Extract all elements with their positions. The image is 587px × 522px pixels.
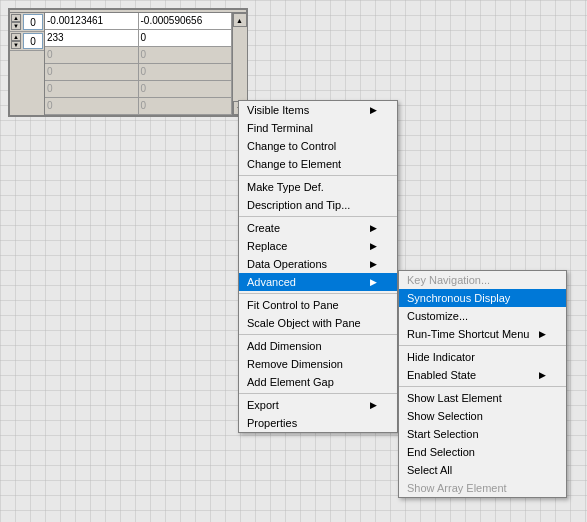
adv-menu-item-select-all[interactable]: Select All bbox=[399, 461, 566, 479]
adv-menu-item-run-time-shortcut-menu[interactable]: Run-Time Shortcut Menu▶ bbox=[399, 325, 566, 343]
array-indices: ▲ ▼ ▲ ▼ bbox=[10, 13, 45, 115]
adv-menu-item-label: Synchronous Display bbox=[407, 292, 510, 304]
adv-menu-item-show-last-element[interactable]: Show Last Element bbox=[399, 389, 566, 407]
adv-menu-item-key-navigation: Key Navigation... bbox=[399, 271, 566, 289]
cell-4-1: 0 bbox=[139, 81, 233, 97]
adv-menu-item-end-selection[interactable]: End Selection bbox=[399, 443, 566, 461]
adv-menu-item-label: Enabled State bbox=[407, 369, 476, 381]
scroll-up-btn[interactable]: ▲ bbox=[233, 13, 247, 27]
adv-menu-item-hide-indicator[interactable]: Hide Indicator bbox=[399, 348, 566, 366]
spinner-up-0[interactable]: ▲ bbox=[11, 14, 21, 22]
submenu-arrow-icon: ▶ bbox=[370, 223, 377, 233]
menu-item-export[interactable]: Export▶ bbox=[239, 396, 397, 414]
menu-item-create[interactable]: Create▶ bbox=[239, 219, 397, 237]
spinner-0[interactable]: ▲ ▼ bbox=[11, 14, 21, 30]
menu-item-change-to-element[interactable]: Change to Element bbox=[239, 155, 397, 173]
menu-item-add-element-gap[interactable]: Add Element Gap bbox=[239, 373, 397, 391]
menu-item-label: Remove Dimension bbox=[247, 358, 343, 370]
adv-menu-item-customize[interactable]: Customize... bbox=[399, 307, 566, 325]
spinner-down-0[interactable]: ▼ bbox=[11, 22, 21, 30]
separator-15 bbox=[239, 393, 397, 394]
adv-menu-item-synchronous-display[interactable]: Synchronous Display bbox=[399, 289, 566, 307]
adv-menu-item-label: Hide Indicator bbox=[407, 351, 475, 363]
array-row-0: -0.00123461 -0.000590656 bbox=[45, 13, 232, 30]
scroll-track[interactable] bbox=[233, 27, 247, 101]
menu-item-label: Visible Items bbox=[247, 104, 309, 116]
menu-item-find-terminal[interactable]: Find Terminal bbox=[239, 119, 397, 137]
menu-item-label: Advanced bbox=[247, 276, 296, 288]
adv-menu-item-label: End Selection bbox=[407, 446, 475, 458]
separator-4 bbox=[239, 175, 397, 176]
menu-item-label: Replace bbox=[247, 240, 287, 252]
submenu-arrow-icon: ▶ bbox=[370, 277, 377, 287]
menu-item-label: Change to Element bbox=[247, 158, 341, 170]
menu-item-properties[interactable]: Properties bbox=[239, 414, 397, 432]
adv-menu-item-show-array-element: Show Array Element bbox=[399, 479, 566, 497]
array-row-3: 0 0 bbox=[45, 64, 232, 81]
cell-5-1: 0 bbox=[139, 98, 233, 114]
cell-0-1: -0.000590656 bbox=[139, 13, 233, 29]
adv-menu-item-label: Show Last Element bbox=[407, 392, 502, 404]
menu-item-label: Properties bbox=[247, 417, 297, 429]
adv-separator-6 bbox=[399, 386, 566, 387]
array-row-1: 233 0 bbox=[45, 30, 232, 47]
cell-5-0: 0 bbox=[45, 98, 139, 114]
adv-menu-item-label: Run-Time Shortcut Menu bbox=[407, 328, 529, 340]
menu-item-label: Add Element Gap bbox=[247, 376, 334, 388]
array-row-2: 0 0 bbox=[45, 47, 232, 64]
separator-10 bbox=[239, 293, 397, 294]
cell-1-0: 233 bbox=[45, 30, 139, 46]
adv-submenu-arrow-icon: ▶ bbox=[539, 329, 546, 339]
advanced-submenu: Key Navigation...Synchronous DisplayCust… bbox=[398, 270, 567, 498]
spinner-up-1[interactable]: ▲ bbox=[11, 33, 21, 41]
index-input-0[interactable] bbox=[23, 14, 43, 30]
adv-menu-item-label: Customize... bbox=[407, 310, 468, 322]
submenu-arrow-icon: ▶ bbox=[370, 400, 377, 410]
menu-item-label: Scale Object with Pane bbox=[247, 317, 361, 329]
spinner-down-1[interactable]: ▼ bbox=[11, 41, 21, 49]
adv-menu-item-label: Show Selection bbox=[407, 410, 483, 422]
index-control-0: ▲ ▼ bbox=[10, 13, 44, 32]
menu-item-change-to-control[interactable]: Change to Control bbox=[239, 137, 397, 155]
adv-separator-4 bbox=[399, 345, 566, 346]
array-body: ▲ ▼ ▲ ▼ -0.00123461 -0.000590656 233 bbox=[10, 13, 246, 115]
cell-3-0: 0 bbox=[45, 64, 139, 80]
primary-context-menu: Visible Items▶Find TerminalChange to Con… bbox=[238, 100, 398, 433]
index-input-1[interactable] bbox=[23, 33, 43, 49]
menu-item-description-and-tip[interactable]: Description and Tip... bbox=[239, 196, 397, 214]
menu-item-scale-object-with-pane[interactable]: Scale Object with Pane bbox=[239, 314, 397, 332]
array-row-5: 0 0 bbox=[45, 98, 232, 115]
cell-2-1: 0 bbox=[139, 47, 233, 63]
menu-item-replace[interactable]: Replace▶ bbox=[239, 237, 397, 255]
cell-4-0: 0 bbox=[45, 81, 139, 97]
menu-item-advanced[interactable]: Advanced▶ bbox=[239, 273, 397, 291]
menu-item-label: Create bbox=[247, 222, 280, 234]
menu-item-visible-items[interactable]: Visible Items▶ bbox=[239, 101, 397, 119]
menu-item-label: Description and Tip... bbox=[247, 199, 350, 211]
spinner-1[interactable]: ▲ ▼ bbox=[11, 33, 21, 49]
cell-3-1: 0 bbox=[139, 64, 233, 80]
menu-item-data-operations[interactable]: Data Operations▶ bbox=[239, 255, 397, 273]
menu-item-label: Change to Control bbox=[247, 140, 336, 152]
array-row-4: 0 0 bbox=[45, 81, 232, 98]
menu-item-label: Export bbox=[247, 399, 279, 411]
adv-menu-item-start-selection[interactable]: Start Selection bbox=[399, 425, 566, 443]
adv-menu-item-label: Select All bbox=[407, 464, 452, 476]
menu-item-make-type-def[interactable]: Make Type Def. bbox=[239, 178, 397, 196]
submenu-arrow-icon: ▶ bbox=[370, 105, 377, 115]
adv-menu-item-enabled-state[interactable]: Enabled State▶ bbox=[399, 366, 566, 384]
menu-item-fit-control-to-pane[interactable]: Fit Control to Pane bbox=[239, 296, 397, 314]
adv-menu-item-label: Key Navigation... bbox=[407, 274, 490, 286]
menu-item-add-dimension[interactable]: Add Dimension bbox=[239, 337, 397, 355]
submenu-arrow-icon: ▶ bbox=[370, 241, 377, 251]
menu-item-remove-dimension[interactable]: Remove Dimension bbox=[239, 355, 397, 373]
array-data: -0.00123461 -0.000590656 233 0 0 0 0 0 0… bbox=[45, 13, 232, 115]
menu-item-label: Add Dimension bbox=[247, 340, 322, 352]
cell-1-1: 0 bbox=[139, 30, 233, 46]
cell-2-0: 0 bbox=[45, 47, 139, 63]
adv-menu-item-show-selection[interactable]: Show Selection bbox=[399, 407, 566, 425]
submenu-arrow-icon: ▶ bbox=[370, 259, 377, 269]
index-control-1: ▲ ▼ bbox=[10, 32, 44, 51]
menu-item-label: Fit Control to Pane bbox=[247, 299, 339, 311]
adv-submenu-arrow-icon: ▶ bbox=[539, 370, 546, 380]
